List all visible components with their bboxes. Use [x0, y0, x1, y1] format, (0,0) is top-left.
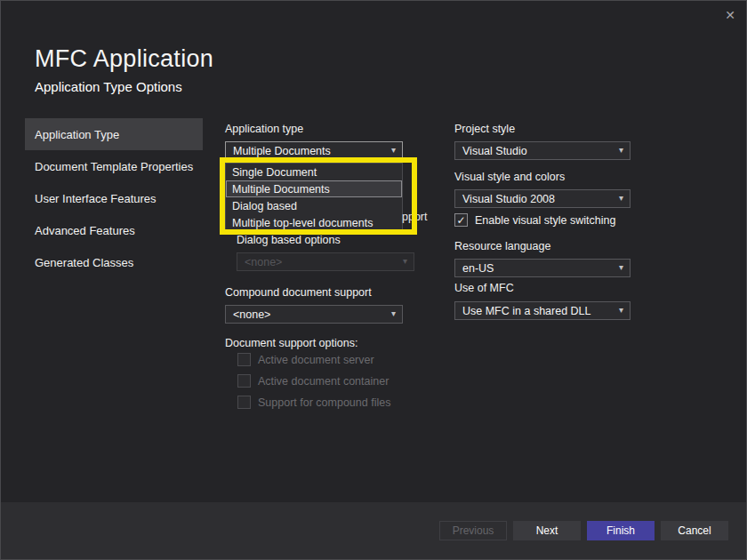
dialog-based-options-select: <none> ▾ [237, 252, 414, 271]
previous-button: Previous [439, 521, 507, 540]
chevron-down-icon: ▾ [619, 145, 623, 155]
chevron-down-icon: ▾ [391, 308, 396, 318]
chevron-down-icon: ▾ [619, 262, 623, 272]
sidebar-item-user-interface-features[interactable]: User Interface Features [25, 182, 203, 214]
page-subtitle: Application Type Options [35, 79, 182, 94]
obscured-checkbox-label-fragment: pport [402, 211, 428, 223]
document-support-options-label: Document support options: [225, 337, 357, 349]
use-of-mfc-value: Use MFC in a shared DLL [462, 305, 591, 317]
checkbox-label: Active document container [258, 375, 389, 388]
resource-language-value: en-US [462, 262, 494, 275]
close-icon[interactable]: ✕ [722, 7, 738, 23]
sidebar-item-document-template-properties[interactable]: Document Template Properties [25, 150, 203, 182]
application-type-select[interactable]: Multiple Documents ▾ [225, 141, 403, 160]
mfc-application-wizard-dialog: ✕ MFC Application Application Type Optio… [0, 0, 747, 560]
checkbox-active-document-container: Active document container [237, 374, 389, 388]
checkbox-enable-visual-style-switching[interactable]: ✓ Enable visual style switching [454, 213, 615, 227]
visual-style-value: Visual Studio 2008 [462, 193, 555, 205]
dropdown-option-single-document[interactable]: Single Document [226, 164, 402, 180]
visual-style-label: Visual style and colors [454, 171, 565, 183]
checkbox-label: Enable visual style switching [475, 214, 615, 227]
project-style-select[interactable]: Visual Studio ▾ [454, 141, 631, 160]
dropdown-option-dialog-based[interactable]: Dialog based [226, 197, 402, 214]
project-style-label: Project style [454, 123, 515, 135]
application-type-label: Application type [225, 123, 303, 135]
sidebar-item-generated-classes[interactable]: Generated Classes [25, 246, 203, 278]
page-title: MFC Application [35, 45, 213, 73]
finish-button[interactable]: Finish [587, 521, 655, 540]
chevron-down-icon: ▾ [619, 193, 623, 203]
dropdown-option-multiple-documents[interactable]: Multiple Documents [226, 180, 402, 197]
dropdown-option-multiple-top-level-documents[interactable]: Multiple top-level documents [226, 214, 402, 231]
footer-button-row: Previous Next Finish Cancel [439, 521, 728, 540]
chevron-down-icon: ▾ [619, 305, 623, 315]
footer-bar: Previous Next Finish Cancel [1, 502, 746, 559]
compound-document-support-value: <none> [233, 308, 270, 321]
resource-language-select[interactable]: en-US ▾ [454, 259, 631, 277]
sidebar-item-advanced-features[interactable]: Advanced Features [25, 214, 203, 246]
project-style-value: Visual Studio [462, 145, 527, 157]
resource-language-label: Resource language [454, 240, 550, 252]
checkbox-icon [237, 374, 251, 388]
checkbox-icon [237, 353, 251, 366]
application-type-dropdown-list: Single Document Multiple Documents Dialo… [225, 163, 403, 232]
checkbox-checked-icon[interactable]: ✓ [454, 213, 468, 227]
checkbox-icon [237, 396, 251, 409]
sidebar-item-application-type[interactable]: Application Type [25, 118, 203, 150]
checkbox-label: Active document server [258, 354, 374, 366]
wizard-nav-sidebar: Application Type Document Template Prope… [25, 118, 203, 278]
chevron-down-icon: ▾ [391, 145, 396, 155]
application-type-value: Multiple Documents [233, 145, 331, 157]
dialog-based-options-label: Dialog based options [237, 234, 341, 246]
use-of-mfc-select[interactable]: Use MFC in a shared DLL ▾ [454, 301, 631, 320]
compound-document-support-label: Compound document support [225, 286, 372, 299]
next-button[interactable]: Next [513, 521, 581, 540]
use-of-mfc-label: Use of MFC [454, 282, 514, 294]
checkbox-active-document-server: Active document server [237, 353, 374, 366]
visual-style-select[interactable]: Visual Studio 2008 ▾ [454, 189, 631, 208]
cancel-button[interactable]: Cancel [661, 521, 728, 540]
checkbox-label: Support for compound files [258, 396, 390, 409]
compound-document-support-select[interactable]: <none> ▾ [225, 305, 403, 324]
chevron-down-icon: ▾ [403, 256, 407, 266]
checkbox-support-for-compound-files: Support for compound files [237, 396, 390, 409]
dialog-based-options-value: <none> [245, 256, 282, 268]
